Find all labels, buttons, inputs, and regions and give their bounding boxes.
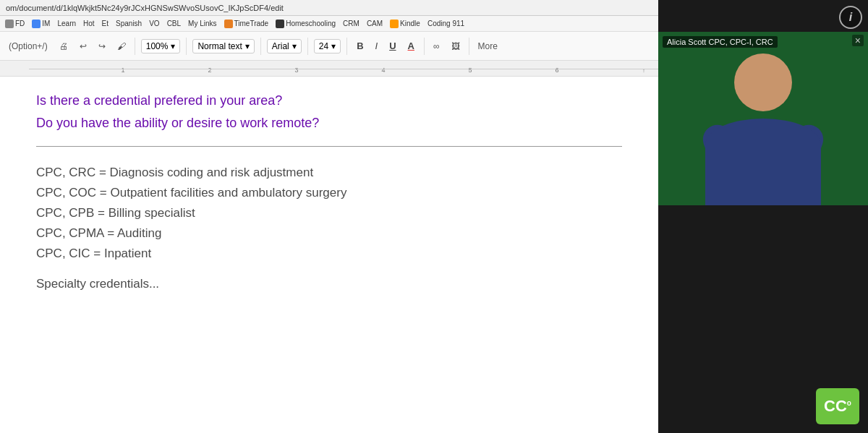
ruler-mark-3: 3: [294, 67, 298, 74]
style-chevron-icon: ▾: [245, 41, 250, 51]
webcam-close-button[interactable]: ×: [852, 35, 864, 46]
toolbar-separator-2: [186, 38, 187, 55]
toolbar-separator-5: [346, 38, 347, 55]
toolbar-separator-4: [307, 38, 308, 55]
list-item-2: CPC, COC = Outpatient facilities and amb…: [36, 183, 622, 203]
font-dropdown[interactable]: Arial ▾: [267, 39, 302, 53]
toolbar-separator-3: [260, 38, 261, 55]
bookmark-et[interactable]: Et: [100, 20, 111, 27]
bookmark-crm[interactable]: CRM: [341, 20, 362, 27]
print-icon[interactable]: 🖨: [56, 40, 71, 53]
bookmark-fd[interactable]: FD: [3, 20, 27, 28]
toolbar-separator-7: [469, 38, 469, 55]
style-dropdown[interactable]: Normal text ▾: [192, 39, 254, 53]
person-body: [705, 119, 821, 205]
person-head: [734, 53, 792, 111]
redo-icon[interactable]: ↪: [95, 40, 109, 53]
doc-divider: [36, 146, 622, 147]
ruler-mark-2: 2: [208, 67, 211, 74]
webcam-container: Alicia Scott CPC, CPC-I, CRC ×: [658, 32, 868, 205]
question-2: Do you have the ability or desire to wor…: [36, 113, 622, 133]
cc-logo-superscript: o: [847, 399, 851, 407]
bookmark-fd-icon: [5, 20, 14, 28]
person-figure: [691, 46, 835, 205]
bookmark-home-icon: [276, 20, 284, 28]
info-icon-area: i: [839, 6, 862, 29]
url-bar: om/document/d/1klqWkjkt5Nc24y9rJCxHGNSwS…: [0, 0, 658, 16]
list-item-4: CPC, CPMA = Auditing: [36, 223, 622, 244]
video-panel: i Alicia Scott CPC, CPC-I, CRC × CCo: [658, 0, 868, 433]
toolbar: (Option+/) 🖨 ↩ ↪ 🖌 100% ▾ Normal text ▾ …: [0, 32, 658, 61]
question-1: Is there a credential prefered in your a…: [36, 91, 622, 111]
underline-button[interactable]: U: [386, 39, 399, 53]
font-value: Arial: [272, 41, 289, 51]
doc-content: Is there a credential prefered in your a…: [0, 77, 658, 433]
bookmark-hot[interactable]: Hot: [81, 20, 97, 27]
bookmark-im-icon: [32, 20, 41, 28]
cc-logo-text: CCo: [824, 397, 851, 416]
url-text: om/document/d/1klqWkjkt5Nc24y9rJCxHGNSwS…: [6, 4, 284, 12]
option-button[interactable]: (Option+/): [6, 40, 51, 53]
bookmark-im[interactable]: IM: [30, 20, 52, 28]
font-chevron-icon: ▾: [292, 41, 297, 51]
bookmark-cbl[interactable]: CBL: [165, 20, 183, 27]
ruler-mark-4: 4: [381, 67, 385, 74]
toolbar-separator-6: [424, 38, 425, 55]
ruler-mark-1: 1: [121, 67, 124, 74]
format-buttons: B I U A: [353, 39, 418, 53]
more-button[interactable]: More: [475, 40, 501, 53]
bookmarks-bar: FD IM Learn Hot Et Spanish VO CBL My Lin…: [0, 16, 658, 32]
bookmark-vo[interactable]: VO: [147, 20, 161, 27]
bookmark-timetrade-icon: [224, 20, 233, 28]
cc-logo: CCo: [816, 388, 859, 424]
toolbar-separator-1: [135, 38, 135, 55]
size-dropdown[interactable]: 24 ▾: [314, 39, 341, 53]
ruler-baseline: [29, 69, 658, 69]
zoom-value: 100%: [146, 41, 169, 51]
size-value: 24: [319, 41, 328, 51]
bookmark-homeschooling[interactable]: Homeschooling: [273, 20, 338, 28]
bookmark-coding911[interactable]: Coding 911: [425, 20, 467, 27]
info-button[interactable]: i: [839, 6, 862, 29]
bookmark-spanish[interactable]: Spanish: [114, 20, 144, 27]
list-item-3: CPC, CPB = Billing specialist: [36, 203, 622, 223]
zoom-dropdown[interactable]: 100% ▾: [141, 39, 181, 53]
bookmark-mylinks[interactable]: My Links: [186, 20, 218, 27]
document-area: om/document/d/1klqWkjkt5Nc24y9rJCxHGNSwS…: [0, 0, 658, 433]
specialty-text: Specialty credentials...: [36, 277, 622, 291]
link-icon[interactable]: ∞: [430, 40, 443, 53]
list-item-1: CPC, CRC = Diagnosis coding and risk adj…: [36, 163, 622, 183]
ruler-mark-6: 6: [555, 67, 558, 74]
bold-button[interactable]: B: [353, 39, 367, 53]
ruler: 1 2 3 4 5 6 ↑: [0, 61, 658, 77]
ruler-mark-7: ↑: [642, 67, 646, 74]
bookmark-kindle[interactable]: Kindle: [388, 20, 422, 28]
size-chevron-icon: ▾: [331, 41, 336, 51]
italic-button[interactable]: I: [372, 39, 382, 53]
bookmark-learn[interactable]: Learn: [55, 20, 78, 27]
paint-format-icon[interactable]: 🖌: [114, 40, 129, 53]
bookmark-kindle-icon: [390, 20, 399, 28]
list-item-5: CPC, CIC = Inpatient: [36, 244, 622, 264]
zoom-chevron-icon: ▾: [171, 41, 175, 51]
bookmark-cam[interactable]: CAM: [365, 20, 385, 27]
image-icon[interactable]: 🖼: [448, 40, 463, 53]
undo-icon[interactable]: ↩: [77, 40, 90, 53]
bookmark-timetrade[interactable]: TimeTrade: [222, 20, 271, 28]
ruler-mark-5: 5: [468, 67, 472, 74]
style-value: Normal text: [197, 41, 242, 51]
font-color-button[interactable]: A: [404, 39, 418, 53]
